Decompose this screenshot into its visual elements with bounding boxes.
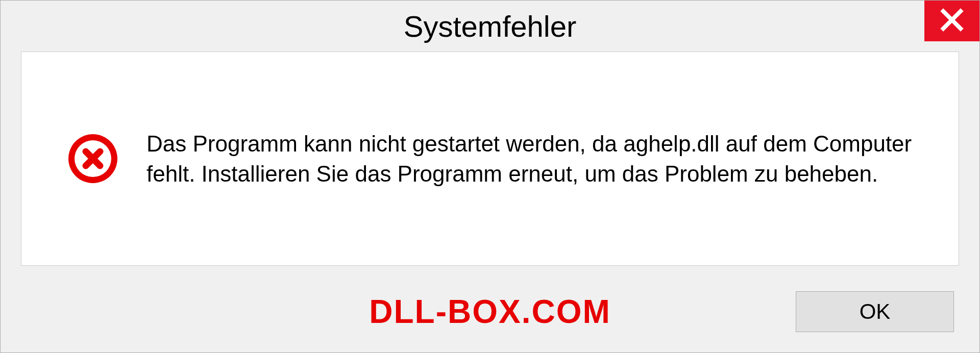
error-dialog: Systemfehler Das Programm kann nicht ges… (0, 0, 980, 353)
error-icon (67, 133, 118, 184)
dialog-footer: DLL-BOX.COM OK (1, 286, 979, 352)
watermark-text: DLL-BOX.COM (369, 293, 611, 331)
close-icon (940, 8, 964, 34)
ok-button[interactable]: OK (796, 291, 954, 332)
error-message: Das Programm kann nicht gestartet werden… (146, 129, 928, 189)
close-button[interactable] (924, 1, 979, 41)
message-panel: Das Programm kann nicht gestartet werden… (21, 52, 959, 266)
dialog-title: Systemfehler (404, 9, 576, 43)
titlebar: Systemfehler (1, 1, 979, 52)
